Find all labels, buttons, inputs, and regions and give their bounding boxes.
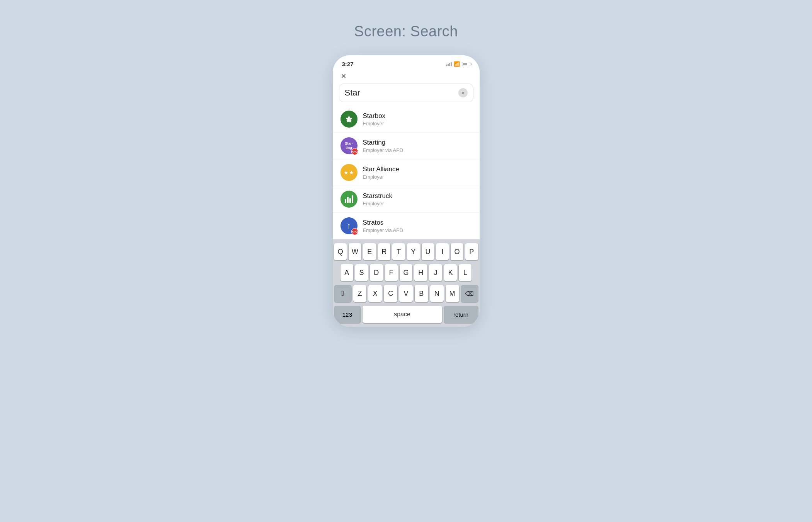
key-p[interactable]: P [465, 243, 478, 260]
delete-key[interactable]: ⌫ [461, 285, 478, 302]
key-s[interactable]: S [355, 264, 368, 281]
key-x[interactable]: X [368, 285, 382, 302]
star-sym-2: ★ [349, 169, 354, 176]
result-name: Stratos [363, 219, 403, 227]
key-t[interactable]: T [392, 243, 405, 260]
status-bar: 3:27 📶 [333, 55, 480, 70]
key-y[interactable]: Y [407, 243, 420, 260]
result-name: Starting [363, 139, 403, 147]
starting-text-icon: Star-ting [345, 142, 353, 150]
key-i[interactable]: I [436, 243, 449, 260]
search-input[interactable] [345, 88, 458, 98]
result-icon-starting: Star-ting APD [340, 137, 357, 154]
bar-4 [352, 195, 353, 203]
result-name: Starstruck [363, 192, 393, 200]
result-icon-starbox [340, 111, 357, 128]
bars-icon [345, 195, 353, 203]
results-list: Starbox Employer Star-ting APD Starting … [333, 106, 480, 239]
result-text-starbox: Starbox Employer [363, 112, 386, 126]
result-text-starstruck: Starstruck Employer [363, 192, 393, 206]
key-r[interactable]: R [378, 243, 391, 260]
apd-badge-stratos: APD [351, 228, 358, 235]
shift-key[interactable]: ⇧ [334, 285, 351, 302]
result-text-starting: Starting Employer via APD [363, 139, 403, 153]
search-bar: × [339, 84, 473, 102]
signal-bar-4 [451, 62, 452, 66]
keyboard-row-3: ⇧ Z X C V B N M ⌫ [334, 285, 478, 302]
bar-3 [349, 198, 351, 203]
result-sub: Employer [363, 174, 400, 180]
result-sub: Employer via APD [363, 147, 403, 153]
status-time: 3:27 [342, 61, 354, 67]
star-cluster-icon: ★ ★ [344, 169, 354, 176]
clear-icon: × [461, 90, 465, 96]
result-icon-stratos: ↑ APD [340, 217, 357, 234]
close-button[interactable]: × [341, 72, 346, 80]
key-o[interactable]: O [451, 243, 463, 260]
key-e[interactable]: E [363, 243, 376, 260]
space-key[interactable]: space [363, 306, 442, 323]
key-f[interactable]: F [385, 264, 398, 281]
bar-2 [347, 197, 349, 203]
list-item[interactable]: ↑ APD Stratos Employer via APD [333, 213, 480, 239]
result-name: Star Alliance [363, 165, 400, 173]
key-v[interactable]: V [399, 285, 413, 302]
key-z[interactable]: Z [353, 285, 367, 302]
phone-frame: 3:27 📶 × × [333, 55, 480, 327]
key-k[interactable]: K [444, 264, 457, 281]
key-n[interactable]: N [430, 285, 444, 302]
result-icon-starstruck [340, 191, 357, 208]
search-clear-button[interactable]: × [458, 88, 468, 97]
apd-badge-starting: APD [351, 148, 358, 155]
list-item[interactable]: Star-ting APD Starting Employer via APD [333, 133, 480, 159]
return-key[interactable]: return [444, 306, 478, 323]
keyboard-bottom-row: 123 space return [334, 306, 478, 323]
wifi-icon: 📶 [454, 61, 460, 67]
key-l[interactable]: L [459, 264, 472, 281]
key-m[interactable]: M [446, 285, 459, 302]
list-item[interactable]: Starstruck Employer [333, 186, 480, 213]
list-item[interactable]: Starbox Employer [333, 106, 480, 133]
key-u[interactable]: U [422, 243, 434, 260]
result-icon-star-alliance: ★ ★ [340, 164, 357, 181]
result-sub: Employer [363, 121, 386, 126]
result-sub: Employer [363, 201, 393, 206]
keyboard-row-2: A S D F G H J K L [334, 264, 478, 281]
key-q[interactable]: Q [334, 243, 347, 260]
key-h[interactable]: H [414, 264, 427, 281]
key-b[interactable]: B [415, 285, 428, 302]
key-d[interactable]: D [370, 264, 383, 281]
list-item[interactable]: ★ ★ Star Alliance Employer [333, 159, 480, 186]
signal-icon [446, 62, 452, 66]
result-name: Starbox [363, 112, 386, 120]
keyboard: Q W E R T Y U I O P A S D F G H J K L ⇧ … [333, 239, 480, 327]
close-row: × [333, 70, 480, 84]
key-g[interactable]: G [400, 264, 412, 281]
arrow-up-icon: ↑ [347, 221, 351, 231]
battery-icon [462, 62, 470, 66]
wifi-symbol: 📶 [454, 61, 460, 67]
keyboard-row-1: Q W E R T Y U I O P [334, 243, 478, 260]
key-c[interactable]: C [384, 285, 397, 302]
signal-bar-2 [448, 64, 449, 66]
result-sub: Employer via APD [363, 227, 403, 233]
key-a[interactable]: A [340, 264, 353, 281]
bar-1 [345, 199, 346, 203]
key-w[interactable]: W [349, 243, 361, 260]
result-text-star-alliance: Star Alliance Employer [363, 165, 400, 180]
key-j[interactable]: J [429, 264, 442, 281]
signal-bar-1 [446, 65, 447, 66]
numbers-key[interactable]: 123 [334, 306, 361, 323]
status-icons: 📶 [446, 61, 470, 67]
signal-bar-3 [449, 63, 450, 66]
result-text-stratos: Stratos Employer via APD [363, 219, 403, 233]
page-title: Screen: Search [354, 23, 458, 40]
star-sym-1: ★ [344, 169, 349, 176]
battery-fill [463, 63, 467, 65]
